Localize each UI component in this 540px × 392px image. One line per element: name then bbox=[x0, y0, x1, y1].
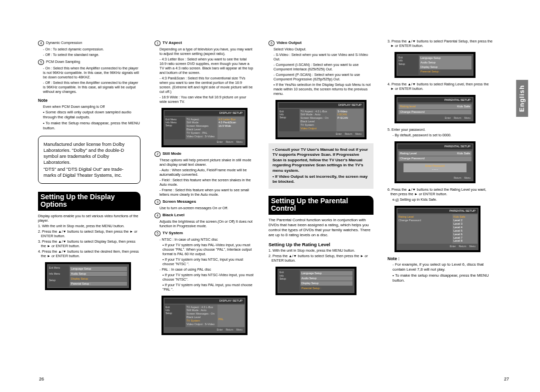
display-step3: 3. Press the ▲/▼ buttons to select Displ… bbox=[41, 239, 140, 248]
page-number-right: 27 bbox=[504, 377, 509, 382]
tvs-pal-b2: • If your TV system only has PAL input, … bbox=[162, 283, 254, 292]
pc-step1: 1. With the unit in Stop mode, press the… bbox=[272, 248, 374, 253]
tvs-pal: - PAL : In case of using PAL disc bbox=[160, 267, 254, 272]
warn1: • Consult your TV User's Manual to find … bbox=[272, 147, 370, 173]
tvs-head: 5 TV System bbox=[154, 231, 254, 236]
note2-b2: • To make the setup menu disappear, pres… bbox=[392, 273, 492, 283]
still-head: 2 Still Mode bbox=[154, 151, 254, 157]
still-auto: - Auto : When selecting Auto, Field/Fram… bbox=[160, 168, 254, 177]
osd-setup-menu-3: ExitInfoSetup Language Setup Audio Setup… bbox=[394, 52, 476, 78]
vo-ci: - Component (I-SCAN) : Select when you w… bbox=[274, 62, 374, 71]
parental-title: Setting Up the Parental Control bbox=[268, 196, 374, 214]
dc-off: - Off : To select the standard range. bbox=[43, 52, 140, 57]
column-1: 4 Dynamic Compression - On : To select d… bbox=[38, 38, 140, 339]
column-4: 3. Press the ▲/▼ buttons to select Paren… bbox=[388, 38, 492, 339]
note-label-2: Note : bbox=[388, 256, 492, 262]
pcm-off: - Off : Select this when the Amplifier c… bbox=[43, 80, 140, 94]
still-field: - Field : Select this feature when the s… bbox=[160, 178, 254, 187]
note-label: Note bbox=[38, 98, 140, 103]
tva-ps: - 4:3 Pan&Scan : Select this for convent… bbox=[160, 76, 254, 94]
c4-step6-eg: e.g) Setting up in Kids Safe. bbox=[392, 197, 492, 202]
tva-wide: - 16:9 Wide : You can view the full 16:9… bbox=[160, 95, 254, 104]
vo-head: 6 Video Output bbox=[268, 40, 374, 46]
tva-body: Depending on a type of television you ha… bbox=[160, 47, 254, 56]
pc-intro: The Parental Control function works in c… bbox=[268, 218, 374, 238]
tvs-pal-b1: • If your TV system only has NTSC-Video … bbox=[162, 273, 254, 282]
bl-body: Adjusts the brightness of the screen.(On… bbox=[160, 219, 254, 228]
osd-setup-menu: Exit MenuInfo MenuSetup Language Setup A… bbox=[45, 262, 131, 291]
display-step1: 1. With the unit in Stop mode, press the… bbox=[41, 224, 140, 228]
display-intro: Display options enable you to set variou… bbox=[38, 214, 140, 223]
pcm-on: - On : Select this when the Amplifier co… bbox=[43, 66, 140, 79]
display-step4: 4. Press the ▲/▼ buttons to select the d… bbox=[41, 249, 140, 258]
osd-parental-1: PARENTAL SETUP Rating levelKids Safe Cha… bbox=[394, 95, 476, 124]
dolby-text-1: Manufactured under license from Dolby La… bbox=[44, 141, 135, 165]
dc-on: - On : To select dynamic compression. bbox=[43, 47, 140, 51]
pcm-head: 5 PCM Down Sampling bbox=[38, 59, 140, 65]
warn2: • If Video Output is set incorrectly, th… bbox=[272, 174, 370, 185]
osd-setup-menu-2: ExitInfoSetup Language Setup Audio Setup… bbox=[276, 267, 356, 295]
display-options-title: Setting Up the Display Options bbox=[38, 192, 140, 210]
note-b2: • To make the Setup menu disappear, pres… bbox=[43, 121, 140, 131]
c4-step6: 6. Press the ▲/▼ buttons to select the R… bbox=[390, 187, 492, 196]
c4-step4: 4. Press the ▲/▼ buttons to select Ratin… bbox=[390, 82, 492, 91]
osd-parental-password: PARENTAL SETUP Rating LevelKids Safe Cha… bbox=[394, 141, 476, 183]
tvs-ntsc-b1: • If your TV system only has PAL-Video i… bbox=[162, 243, 254, 256]
dynamic-compression-head: 4 Dynamic Compression bbox=[38, 40, 140, 46]
tva-lb: - 4:3 Letter Box : Select when you want … bbox=[160, 57, 254, 75]
tvs-ntsc-b2: • If your TV system only has NTSC, input… bbox=[162, 257, 254, 266]
note-line1: Even when PCM Down sampling is Off bbox=[43, 104, 140, 109]
osd-display-setup-3: DISPLAY SETUP ExitInfoSetup TV Aspect : … bbox=[276, 100, 366, 139]
sm-head: 3 Screen Messages bbox=[154, 199, 254, 205]
c4-step3: 3. Press the ▲/▼ buttons to select Paren… bbox=[390, 39, 492, 48]
dolby-text-2: "DTS" and "DTS Digital Out" are trade-ma… bbox=[44, 166, 135, 178]
page-number-left: 26 bbox=[39, 377, 44, 382]
osd-left-panel: Exit MenuInfo MenuSetup bbox=[48, 265, 69, 288]
display-step2: 2. Press the ▲/▼ buttons to select Setup… bbox=[41, 229, 140, 238]
still-body: These options will help prevent picture … bbox=[160, 158, 254, 167]
language-tab: English bbox=[516, 80, 528, 117]
vo-cp: - Component (P-SCAN) : Select when you w… bbox=[274, 72, 374, 81]
osd-parental-levels: PARENTAL SETUP Rating Level Change Passw… bbox=[394, 206, 480, 252]
vo-sv: - S-Video : Select when you want to use … bbox=[274, 52, 374, 61]
osd-display-setup-2: DISPLAY SETUP ExitInfoSetup TV Aspect : … bbox=[162, 296, 248, 335]
pc-step2: 2. Press the ▲/▼ buttons to select Setup… bbox=[272, 254, 374, 263]
note-b1: • Some discs will only output down sampl… bbox=[43, 110, 140, 120]
osd-display-setup-1: DISPLAY SETUP Exit MenuInfo MenuSetup TV… bbox=[162, 108, 248, 147]
rating-level-title: Setting Up the Rating Level bbox=[268, 242, 374, 248]
progressive-scan-warning: • Consult your TV User's Manual to find … bbox=[268, 143, 374, 189]
bl-head: 4 Black Level bbox=[154, 213, 254, 218]
sm-body: Use to turn on-screen messages On or Off… bbox=[160, 206, 254, 210]
column-3: 6 Video Output Select Video Output. - S-… bbox=[268, 38, 374, 339]
vo-body: Select Video Output. bbox=[274, 47, 374, 51]
dolby-notice-box: Manufactured under license from Dolby La… bbox=[38, 136, 140, 184]
tv-aspect-head: 1 TV Aspect bbox=[154, 40, 254, 46]
still-frame: - Frame : Select this feature when you w… bbox=[160, 188, 254, 197]
c4-step5-sub: - By default, password is set to 0000. bbox=[392, 133, 492, 137]
vo-note: • If the Yes/No selection in the Display… bbox=[274, 82, 374, 96]
c4-step5: 5. Enter your password. bbox=[390, 127, 492, 132]
display-options-section: Setting Up the Display Options bbox=[38, 189, 140, 211]
tvs-ntsc: - NTSC : In case of using NTSC disc bbox=[160, 237, 254, 242]
page-spread: 4 Dynamic Compression - On : To select d… bbox=[0, 0, 540, 349]
column-2: 1 TV Aspect Depending on a type of telev… bbox=[154, 38, 254, 339]
note2-b1: - For example, if you select up to Level… bbox=[392, 262, 492, 272]
parental-section: Setting Up the Parental Control bbox=[268, 193, 374, 215]
